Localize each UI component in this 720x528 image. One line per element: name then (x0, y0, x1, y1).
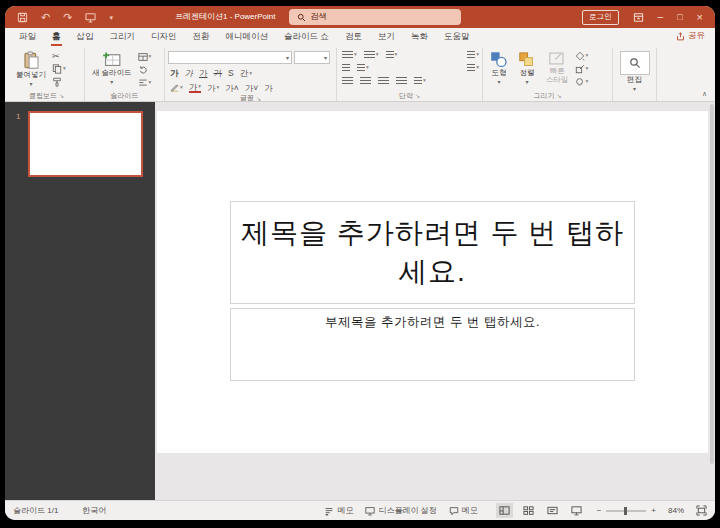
tab-transitions[interactable]: 전환 (185, 28, 218, 46)
increase-font-button[interactable]: 가˄ (225, 84, 238, 93)
quick-styles-button[interactable]: 빠른스타일 (542, 49, 573, 86)
copy-dropdown-icon[interactable]: ▾ (63, 66, 66, 72)
format-painter-button[interactable] (52, 77, 66, 87)
shapes-button[interactable]: 도형 ▾ (486, 49, 512, 87)
shapes-dropdown-icon[interactable]: ▾ (497, 79, 500, 85)
paste-button[interactable]: 붙여넣기 ▾ (12, 49, 50, 89)
text-direction-button[interactable]: ▾ (467, 51, 479, 59)
cut-button[interactable]: ✂ (52, 52, 66, 61)
notes-button[interactable]: 메모 (324, 505, 353, 516)
line-spacing-button[interactable]: ▾ (386, 51, 398, 59)
tab-file[interactable]: 파일 (11, 28, 44, 46)
text-highlight-button[interactable]: ▾ (170, 83, 183, 92)
section-button[interactable]: ▾ (138, 78, 152, 88)
bullets-button[interactable]: ▾ (342, 51, 357, 59)
tab-view[interactable]: 보기 (370, 28, 403, 46)
ribbon-display-options-icon[interactable] (633, 12, 644, 23)
display-settings-button[interactable]: 디스플레이 설정 (365, 505, 436, 516)
font-color-button[interactable]: 가▾ (189, 83, 201, 94)
arrange-button[interactable]: 정렬 ▾ (514, 49, 540, 87)
customize-qat-chevron-icon[interactable]: ▾ (109, 14, 113, 21)
align-text-button[interactable]: ▾ (467, 64, 479, 72)
close-button[interactable]: × (697, 12, 703, 23)
decrease-indent-button[interactable] (342, 64, 350, 72)
align-right-icon (378, 77, 389, 85)
convert-smartart-button[interactable]: ▾ (414, 77, 426, 85)
decrease-font-button[interactable]: 가˅ (245, 84, 258, 93)
slideshow-view-button[interactable] (568, 503, 585, 518)
start-slideshow-icon[interactable] (85, 12, 96, 23)
copy-button[interactable]: ▾ (52, 64, 66, 74)
tab-review[interactable]: 검토 (337, 28, 370, 46)
zoom-slider[interactable] (606, 510, 646, 512)
section-dropdown-icon[interactable]: ▾ (149, 80, 152, 86)
align-center-button[interactable] (360, 77, 371, 85)
tab-animations[interactable]: 애니메이션 (218, 28, 277, 46)
text-shadow-button[interactable]: S (228, 69, 234, 78)
paste-dropdown-icon[interactable]: ▾ (29, 81, 32, 87)
save-icon[interactable] (17, 12, 28, 23)
underline-button[interactable]: 가 (199, 69, 208, 78)
search-input[interactable]: 검색 (289, 9, 461, 25)
editing-label: 편집 (627, 76, 642, 85)
slide-thumbnail-panel: 1 (5, 102, 155, 500)
bold-button[interactable]: 가 (170, 69, 179, 78)
title-placeholder[interactable]: 제목을 추가하려면 두 번 탭하세요. (230, 201, 635, 304)
numbering-button[interactable]: ▾ (364, 51, 379, 59)
font-name-select[interactable]: ▾ (168, 51, 292, 64)
tab-draw[interactable]: 그리기 (102, 28, 144, 46)
change-case-button[interactable]: 가▾ (207, 84, 219, 93)
language-button[interactable]: 한국어 (82, 505, 106, 516)
zoom-out-button[interactable]: − (597, 506, 602, 515)
font-size-select[interactable]: ▾ (294, 51, 330, 64)
layout-button[interactable]: ▾ (138, 52, 152, 62)
strikethrough-button[interactable]: 가 (214, 69, 223, 78)
tab-help[interactable]: 도움말 (436, 28, 478, 46)
tab-slideshow[interactable]: 슬라이드 쇼 (276, 28, 337, 46)
reading-view-button[interactable] (544, 503, 561, 518)
new-slide-dropdown-icon[interactable]: ▾ (110, 79, 113, 85)
character-spacing-button[interactable]: 간▾ (240, 69, 252, 78)
redo-icon[interactable]: ↷ (63, 12, 72, 23)
editing-dropdown-icon[interactable]: ▾ (633, 86, 636, 92)
share-button[interactable]: 공유 (676, 30, 705, 42)
increase-indent-button[interactable]: ▾ (357, 64, 369, 72)
slide-thumbnail[interactable] (28, 111, 143, 177)
drawing-dialog-launcher-icon[interactable]: ↘ (556, 92, 561, 99)
tab-home[interactable]: 홈 (44, 28, 69, 46)
collapse-ribbon-icon[interactable]: ∧ (702, 90, 707, 98)
zoom-in-button[interactable]: + (651, 506, 656, 515)
font-dialog-launcher-icon[interactable]: ↘ (256, 95, 261, 102)
tab-insert[interactable]: 삽입 (69, 28, 102, 46)
zoom-slider-thumb[interactable] (624, 507, 627, 515)
editing-button[interactable]: 편집 ▾ (616, 49, 654, 94)
slide[interactable]: 제목을 추가하려면 두 번 탭하세요. 부제목을 추가하려면 두 번 탭하세요. (157, 111, 708, 453)
subtitle-placeholder[interactable]: 부제목을 추가하려면 두 번 탭하세요. (230, 308, 635, 381)
justify-button[interactable] (396, 77, 407, 85)
layout-dropdown-icon[interactable]: ▾ (149, 54, 152, 60)
italic-button[interactable]: 가 (185, 69, 194, 78)
slide-sorter-view-button[interactable] (520, 503, 537, 518)
shape-fill-button[interactable]: ▾ (575, 51, 589, 61)
tab-design[interactable]: 디자인 (143, 28, 185, 46)
shape-outline-button[interactable]: ▾ (575, 64, 589, 74)
undo-icon[interactable]: ↶ (41, 12, 50, 23)
arrange-dropdown-icon[interactable]: ▾ (525, 79, 528, 85)
align-right-button[interactable] (378, 77, 389, 85)
shape-effects-button[interactable]: ▾ (575, 77, 589, 87)
comments-button[interactable]: 메모 (449, 505, 478, 516)
clipboard-dialog-launcher-icon[interactable]: ↘ (59, 92, 64, 99)
tab-record[interactable]: 녹화 (403, 28, 436, 46)
new-slide-button[interactable]: 새 슬라이드 ▾ (88, 49, 136, 87)
normal-view-button[interactable] (496, 503, 513, 518)
clear-formatting-button[interactable]: 가 (264, 84, 273, 93)
vertical-scrollbar[interactable] (710, 104, 714, 464)
reset-slide-button[interactable] (138, 65, 152, 75)
align-left-button[interactable] (342, 77, 353, 85)
maximize-button[interactable]: □ (677, 13, 682, 22)
login-button[interactable]: 로그인 (582, 10, 619, 25)
fit-slide-button[interactable] (696, 505, 707, 516)
zoom-level[interactable]: 84% (668, 506, 684, 515)
minimize-button[interactable]: – (658, 12, 664, 22)
paragraph-dialog-launcher-icon[interactable]: ↘ (415, 92, 420, 99)
